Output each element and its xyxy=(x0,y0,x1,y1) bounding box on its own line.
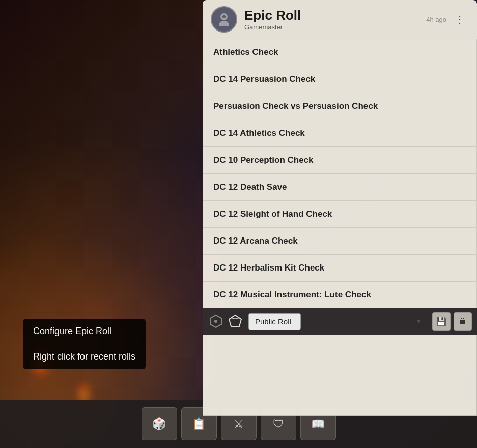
dice-icons-group xyxy=(208,313,243,330)
header-meta: 4h ago ⋮ xyxy=(426,11,469,27)
dropdown-item[interactable]: DC 10 Perception Check xyxy=(203,147,476,174)
select-arrow-icon: ▼ xyxy=(416,318,422,325)
dice-hex-icon[interactable] xyxy=(208,313,224,330)
dropdown-item[interactable]: DC 12 Herbalism Kit Check xyxy=(203,255,476,282)
dropdown-item[interactable]: DC 12 Death Save xyxy=(203,174,476,201)
action-buttons-group: 💾 🗑 xyxy=(432,312,472,331)
header-card: Epic Roll Gamemaster 4h ago ⋮ xyxy=(203,0,477,39)
avatar xyxy=(211,6,237,33)
dropdown-item[interactable]: Athletics Check xyxy=(203,39,476,66)
svg-marker-5 xyxy=(229,315,241,326)
dropdown-item[interactable]: DC 14 Persuasion Check xyxy=(203,66,476,93)
dropdown-item[interactable]: DC 12 Arcana Check xyxy=(203,228,476,255)
timestamp-label: 4h ago xyxy=(426,16,446,23)
delete-roll-button[interactable]: 🗑 xyxy=(454,312,472,331)
text-input-area[interactable] xyxy=(203,335,477,416)
svg-point-1 xyxy=(222,15,226,18)
header-subtitle: Gamemaster xyxy=(244,23,419,31)
dropdown-list: Athletics CheckDC 14 Persuasion CheckPer… xyxy=(203,39,477,308)
roll-type-select[interactable]: Public Roll Private Roll GM Only xyxy=(248,313,301,330)
right-click-recent-label: Right click for recent rolls xyxy=(23,344,146,369)
more-options-button[interactable]: ⋮ xyxy=(451,11,469,27)
dropdown-item[interactable]: DC 14 Athletics Check xyxy=(203,120,476,147)
dropdown-item[interactable]: DC 12 Musical Instrument: Lute Check xyxy=(203,282,476,308)
dropdown-item[interactable]: DC 12 Sleight of Hand Check xyxy=(203,201,476,228)
header-info: Epic Roll Gamemaster xyxy=(244,8,419,31)
svg-point-4 xyxy=(214,320,217,323)
save-roll-button[interactable]: 💾 xyxy=(432,312,451,331)
avatar-icon xyxy=(216,12,232,27)
dropdown-item[interactable]: Persuasion Check vs Persuasion Check xyxy=(203,93,476,120)
header-title: Epic Roll xyxy=(244,8,419,23)
tooltip-box: Configure Epic Roll Right click for rece… xyxy=(23,319,146,369)
roll-type-select-wrapper: Public Roll Private Roll GM Only ▼ xyxy=(248,313,427,330)
configure-epic-roll-label[interactable]: Configure Epic Roll xyxy=(23,319,146,344)
dice-gem-icon[interactable] xyxy=(227,313,243,330)
right-panel: Epic Roll Gamemaster 4h ago ⋮ Athletics … xyxy=(203,0,477,448)
roll-type-bar: Public Roll Private Roll GM Only ▼ 💾 🗑 xyxy=(203,308,477,335)
left-panel: Configure Epic Roll Right click for rece… xyxy=(0,0,203,448)
